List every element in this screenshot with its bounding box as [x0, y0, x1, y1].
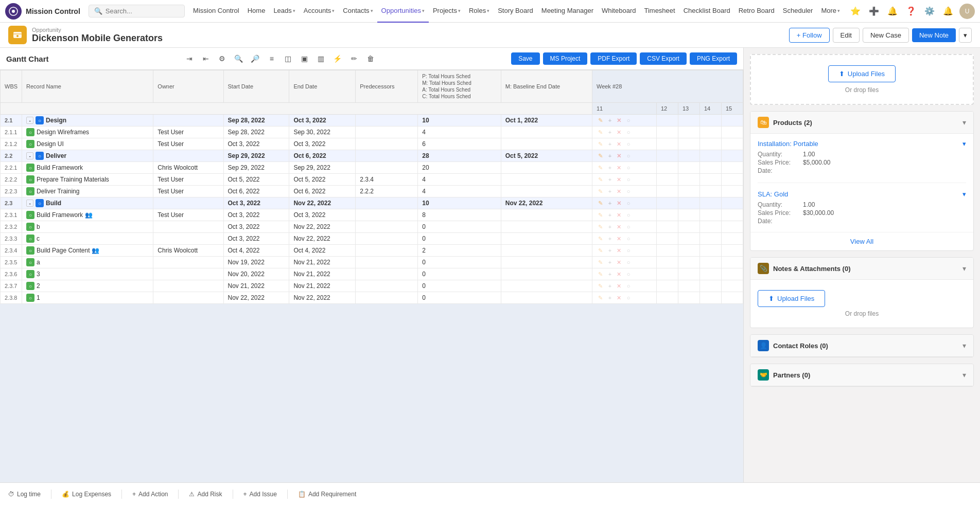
nav-scheduler[interactable]: Scheduler — [779, 0, 817, 23]
edit-row-btn[interactable]: ✎ — [597, 235, 605, 243]
outdent-icon[interactable]: ⇤ — [199, 52, 213, 65]
product-dropdown-2[interactable]: ▾ — [962, 190, 966, 198]
nav-retro-board[interactable]: Retro Board — [734, 0, 779, 23]
lightning-icon[interactable]: ⚡ — [331, 52, 344, 65]
search-bar[interactable]: 🔍 — [89, 5, 185, 17]
add-icon[interactable]: ➕ — [867, 4, 881, 19]
delete-row-btn[interactable]: ✕ — [615, 128, 623, 136]
settings-row-btn[interactable]: ○ — [624, 140, 633, 148]
edit-row-btn[interactable]: ✎ — [597, 175, 605, 184]
settings-row-btn[interactable]: ○ — [624, 116, 633, 124]
nav-meeting-manager[interactable]: Meeting Manager — [537, 0, 598, 23]
delete-row-btn[interactable]: ✕ — [615, 235, 623, 243]
delete-row-btn[interactable]: ✕ — [615, 223, 623, 231]
add-row-btn[interactable]: + — [606, 128, 614, 136]
delete-row-btn[interactable]: ✕ — [615, 116, 623, 124]
new-case-button[interactable]: New Case — [863, 28, 909, 43]
nav-storyboard[interactable]: Story Board — [494, 0, 537, 23]
add-issue-action[interactable]: + Add Issue — [243, 491, 277, 498]
zoom-in-icon[interactable]: 🔎 — [249, 52, 262, 65]
edit-row-btn[interactable]: ✎ — [597, 152, 605, 160]
align-center-icon[interactable]: ▣ — [298, 52, 311, 65]
add-row-btn[interactable]: + — [606, 152, 614, 160]
bell-icon[interactable]: 🔔 — [885, 4, 900, 19]
collapse-btn[interactable]: - — [26, 200, 33, 207]
add-row-btn[interactable]: + — [606, 140, 614, 148]
csv-export-button[interactable]: CSV Export — [640, 52, 687, 65]
align-right-icon[interactable]: ▥ — [314, 52, 328, 65]
edit-pencil-icon[interactable]: ✏ — [347, 52, 361, 65]
settings-row-btn[interactable]: ○ — [624, 152, 633, 160]
settings-row-btn[interactable]: ○ — [624, 282, 633, 290]
products-toggle[interactable]: ▾ — [962, 118, 966, 127]
delete-row-btn[interactable]: ✕ — [615, 270, 623, 278]
add-requirement-action[interactable]: 📋 Add Requirement — [298, 491, 356, 498]
nav-whiteboard[interactable]: Whiteboard — [598, 0, 640, 23]
settings-icon[interactable]: ⚙️ — [922, 4, 937, 19]
png-export-button[interactable]: PNG Export — [690, 52, 737, 65]
settings-row-btn[interactable]: ○ — [624, 223, 633, 231]
settings-row-btn[interactable]: ○ — [624, 199, 633, 207]
product-name-2[interactable]: SLA: Gold ▾ — [758, 190, 966, 198]
add-row-btn[interactable]: + — [606, 258, 614, 266]
delete-row-btn[interactable]: ✕ — [615, 258, 623, 266]
settings-row-btn[interactable]: ○ — [624, 211, 633, 219]
add-action-action[interactable]: + Add Action — [132, 491, 168, 498]
edit-row-btn[interactable]: ✎ — [597, 116, 605, 124]
delete-row-btn[interactable]: ✕ — [615, 294, 623, 302]
nav-checklist-board[interactable]: Checklist Board — [679, 0, 734, 23]
settings-row-btn[interactable]: ○ — [624, 294, 633, 302]
nav-contacts[interactable]: Contacts ▾ — [339, 0, 377, 23]
notifications-icon[interactable]: 🔔 — [941, 4, 955, 19]
nav-opportunities[interactable]: Opportunities ▾ — [377, 0, 429, 23]
edit-row-btn[interactable]: ✎ — [597, 199, 605, 207]
nav-roles[interactable]: Roles ▾ — [465, 0, 494, 23]
add-risk-action[interactable]: ⚠ Add Risk — [189, 491, 222, 498]
add-row-btn[interactable]: + — [606, 164, 614, 172]
edit-row-btn[interactable]: ✎ — [597, 128, 605, 136]
add-row-btn[interactable]: + — [606, 175, 614, 184]
edit-row-btn[interactable]: ✎ — [597, 164, 605, 172]
delete-row-btn[interactable]: ✕ — [615, 175, 623, 184]
nav-home[interactable]: Home — [243, 0, 270, 23]
edit-row-btn[interactable]: ✎ — [597, 211, 605, 219]
product-name-1[interactable]: Installation: Portable ▾ — [758, 140, 966, 148]
edit-button[interactable]: Edit — [833, 28, 860, 43]
settings-row-btn[interactable]: ○ — [624, 270, 633, 278]
settings-row-btn[interactable]: ○ — [624, 235, 633, 243]
edit-row-btn[interactable]: ✎ — [597, 282, 605, 290]
edit-row-btn[interactable]: ✎ — [597, 246, 605, 255]
follow-button[interactable]: + Follow — [789, 28, 830, 43]
user-avatar[interactable]: U — [959, 4, 975, 19]
actions-dropdown-button[interactable]: ▾ — [959, 28, 972, 43]
settings-row-btn[interactable]: ○ — [624, 187, 633, 195]
delete-row-btn[interactable]: ✕ — [615, 164, 623, 172]
edit-row-btn[interactable]: ✎ — [597, 294, 605, 302]
add-row-btn[interactable]: + — [606, 199, 614, 207]
add-row-btn[interactable]: + — [606, 235, 614, 243]
settings-gear-icon[interactable]: ⚙ — [216, 52, 229, 65]
notes-toggle[interactable]: ▾ — [962, 264, 966, 273]
log-expenses-action[interactable]: 💰 Log Expenses — [62, 491, 111, 498]
delete-row-btn[interactable]: ✕ — [615, 246, 623, 255]
nav-accounts[interactable]: Accounts ▾ — [300, 0, 339, 23]
delete-row-btn[interactable]: ✕ — [615, 282, 623, 290]
upload-files-button-top[interactable]: ⬆ Upload Files — [828, 65, 896, 82]
save-button[interactable]: Save — [511, 52, 539, 65]
collapse-btn[interactable]: - — [26, 117, 33, 124]
align-left-icon[interactable]: ◫ — [282, 52, 295, 65]
delete-row-btn[interactable]: ✕ — [615, 140, 623, 148]
add-row-btn[interactable]: + — [606, 282, 614, 290]
new-note-button[interactable]: New Note — [912, 28, 956, 42]
edit-row-btn[interactable]: ✎ — [597, 258, 605, 266]
product-dropdown-1[interactable]: ▾ — [962, 140, 966, 148]
app-logo[interactable] — [5, 3, 22, 20]
settings-row-btn[interactable]: ○ — [624, 246, 633, 255]
view-all-products[interactable]: View All — [750, 232, 973, 250]
settings-row-btn[interactable]: ○ — [624, 128, 633, 136]
settings-row-btn[interactable]: ○ — [624, 175, 633, 184]
pdf-export-button[interactable]: PDF Export — [590, 52, 637, 65]
edit-row-btn[interactable]: ✎ — [597, 187, 605, 195]
add-row-btn[interactable]: + — [606, 270, 614, 278]
delete-row-btn[interactable]: ✕ — [615, 199, 623, 207]
